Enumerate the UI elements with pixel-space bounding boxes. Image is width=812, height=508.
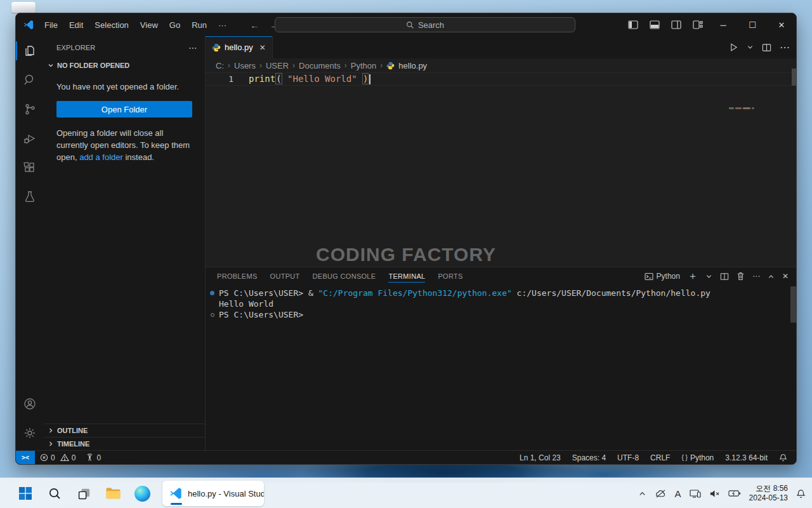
maximize-button[interactable]: ☐: [738, 13, 767, 36]
editor-scrollbar[interactable]: [792, 69, 797, 86]
cast-display-icon[interactable]: [690, 489, 701, 498]
split-editor-icon[interactable]: [762, 43, 771, 52]
search-view-icon[interactable]: [16, 65, 44, 95]
panel-more-icon[interactable]: ⋯: [752, 272, 760, 281]
status-right: Ln 1, Col 23 Spaces: 4 UTF-8 CRLF { } Py…: [517, 451, 796, 465]
remote-indicator[interactable]: ><: [16, 451, 35, 465]
close-panel-icon[interactable]: ✕: [782, 272, 789, 281]
notification-bell-icon[interactable]: [796, 489, 806, 498]
toggle-panel-icon[interactable]: [646, 17, 663, 33]
menu-file[interactable]: File: [39, 18, 63, 32]
terminal-dropdown-chevron-icon[interactable]: [705, 273, 712, 280]
breadcrumb-item[interactable]: USER: [266, 61, 289, 70]
tab-close-icon[interactable]: ✕: [259, 43, 266, 52]
desktop-recycle-bin-icon[interactable]: [11, 2, 36, 13]
breadcrumb-separator-icon: ›: [380, 61, 383, 70]
breadcrumb-item[interactable]: Python: [351, 61, 376, 70]
eol-sequence[interactable]: CRLF: [648, 451, 672, 465]
testing-icon[interactable]: [16, 182, 44, 211]
accounts-icon[interactable]: [16, 389, 44, 418]
menu-edit[interactable]: Edit: [63, 18, 89, 32]
language-mode[interactable]: { } Python: [679, 451, 716, 465]
tab-ports[interactable]: PORTS: [438, 267, 462, 285]
taskbar-app-vscode[interactable]: hello.py - Visual Studio: [162, 481, 264, 506]
ime-indicator[interactable]: A: [675, 488, 681, 499]
run-dropdown-chevron-icon[interactable]: [747, 44, 754, 51]
menu-view[interactable]: View: [134, 18, 164, 32]
back-arrow-icon[interactable]: ←: [250, 20, 259, 30]
battery-charging-icon[interactable]: [728, 490, 741, 497]
tab-hello-py[interactable]: hello.py ✕: [206, 36, 273, 58]
editor-code-area[interactable]: 1 print( "Hello World" ): [206, 72, 796, 267]
titlebar-controls: ─ ☐ ✕: [622, 13, 796, 36]
token-close-paren: ): [362, 73, 369, 84]
braces-icon: { }: [681, 454, 687, 461]
token-space: [282, 74, 287, 84]
menu-selection[interactable]: Selection: [89, 18, 134, 32]
tab-terminal[interactable]: TERMINAL: [388, 267, 425, 285]
taskbar-search-icon[interactable]: [42, 481, 67, 506]
breadcrumb-item[interactable]: C:: [216, 61, 224, 70]
breadcrumb-item-file[interactable]: hello.py: [398, 61, 427, 70]
minimize-button[interactable]: ─: [709, 13, 738, 36]
vscode-window: File Edit Selection View Go Run ··· ← → …: [15, 13, 797, 465]
editor-more-icon[interactable]: ⋯: [780, 41, 790, 53]
error-icon: [40, 453, 48, 462]
toggle-secondary-sidebar-icon[interactable]: [668, 17, 684, 33]
sidebar-more-icon[interactable]: ⋯: [188, 43, 197, 53]
problems-status[interactable]: 0 0: [35, 451, 81, 465]
notifications-bell-icon[interactable]: [776, 451, 790, 465]
terminal-shell-badge[interactable]: Python: [645, 272, 680, 281]
command-decoration-icon[interactable]: [206, 291, 219, 295]
extensions-icon[interactable]: [16, 153, 44, 182]
minimap[interactable]: [729, 107, 754, 109]
run-python-file-icon[interactable]: [729, 43, 738, 52]
file-explorer-icon[interactable]: [100, 481, 126, 506]
explorer-icon[interactable]: [16, 36, 44, 65]
settings-gear-icon[interactable]: [16, 418, 44, 448]
search-box[interactable]: Search: [275, 17, 575, 32]
tab-debug-console[interactable]: DEBUG CONSOLE: [313, 267, 376, 285]
terminal-quoted-path: "C:/Program Files/Python312/python.exe": [318, 288, 512, 298]
menu-run[interactable]: Run: [186, 18, 213, 32]
task-view-icon[interactable]: [71, 481, 96, 506]
search-icon: [406, 21, 414, 29]
section-no-folder-opened[interactable]: NO FOLDER OPENED: [44, 58, 205, 72]
menu-go[interactable]: Go: [164, 18, 186, 32]
add-folder-link[interactable]: add a folder: [79, 152, 123, 162]
edge-browser-icon[interactable]: [129, 481, 155, 506]
terminal-content[interactable]: PS C:\Users\USER> & "C:/Program Files/Py…: [206, 288, 796, 450]
outline-label: OUTLINE: [57, 427, 88, 434]
maximize-panel-chevron-icon[interactable]: [768, 273, 775, 280]
python-interpreter[interactable]: 3.12.3 64-bit: [723, 451, 770, 465]
taskbar-clock[interactable]: 오전 8:56 2024-05-13: [749, 484, 788, 503]
customize-layout-icon[interactable]: [690, 17, 706, 33]
source-control-icon[interactable]: [16, 95, 44, 124]
split-terminal-icon[interactable]: [720, 272, 729, 281]
terminal-scrollbar[interactable]: [790, 286, 796, 323]
toggle-sidebar-icon[interactable]: [625, 17, 641, 33]
open-folder-button[interactable]: Open Folder: [56, 101, 192, 117]
command-decoration-icon[interactable]: [206, 313, 219, 317]
encoding[interactable]: UTF-8: [615, 451, 641, 465]
indentation[interactable]: Spaces: 4: [570, 451, 608, 465]
onedrive-paused-icon[interactable]: [655, 489, 667, 498]
tab-output[interactable]: OUTPUT: [270, 267, 300, 285]
start-button[interactable]: [13, 481, 38, 506]
tray-chevron-up-icon[interactable]: [638, 490, 646, 498]
ports-status[interactable]: 0: [81, 451, 106, 465]
cursor-position[interactable]: Ln 1, Col 23: [517, 451, 563, 465]
sidebar-explorer: EXPLORER ⋯ NO FOLDER OPENED You have not…: [44, 36, 206, 450]
volume-muted-icon[interactable]: [709, 489, 720, 498]
close-button[interactable]: ✕: [767, 13, 796, 36]
timeline-section[interactable]: TIMELINE: [44, 437, 205, 450]
outline-section[interactable]: OUTLINE: [44, 424, 205, 437]
breadcrumb-item[interactable]: Documents: [299, 61, 341, 70]
menu-more[interactable]: ···: [213, 18, 232, 32]
run-debug-icon[interactable]: [16, 124, 44, 153]
activity-bar: [16, 36, 44, 450]
kill-terminal-trash-icon[interactable]: [737, 272, 745, 281]
new-terminal-icon[interactable]: ＋: [688, 270, 698, 283]
tab-problems[interactable]: PROBLEMS: [217, 267, 258, 285]
breadcrumb-item[interactable]: Users: [234, 61, 256, 70]
